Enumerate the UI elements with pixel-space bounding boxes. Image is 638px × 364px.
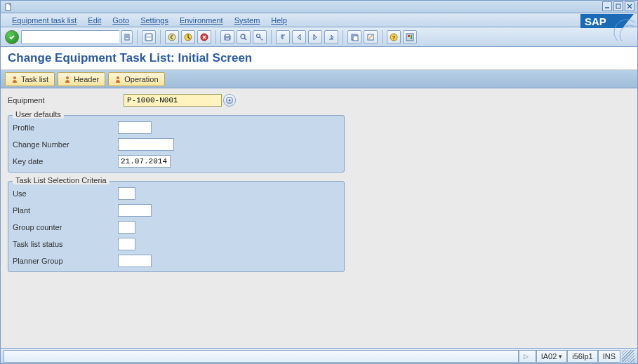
command-dropdown[interactable] xyxy=(121,30,133,44)
svg-rect-13 xyxy=(147,34,151,36)
svg-rect-30 xyxy=(408,35,410,37)
person-icon xyxy=(64,76,71,83)
header-button[interactable]: Header xyxy=(58,72,105,86)
use-label: Use xyxy=(11,189,118,198)
tcode-text: IA02 xyxy=(541,352,557,360)
change-number-label: Change Number xyxy=(11,140,118,149)
selection-criteria-group: Task List Selection Criteria Use Plant G… xyxy=(8,181,345,272)
svg-point-22 xyxy=(257,34,260,37)
key-date-input[interactable] xyxy=(118,155,171,168)
enter-button[interactable] xyxy=(5,30,19,44)
svg-rect-25 xyxy=(353,36,358,41)
toolbar-separator xyxy=(160,30,161,44)
planner-group-input[interactable] xyxy=(118,255,152,267)
user-defaults-group: User defaults Profile Change Number Key … xyxy=(8,115,345,173)
svg-rect-19 xyxy=(225,38,230,40)
screen-title: Change Equipment Task List: Initial Scre… xyxy=(1,47,637,70)
statusbar: ▷ IA02 ▾ i56lp1 INS xyxy=(1,348,637,363)
resize-grip[interactable] xyxy=(622,350,634,363)
svg-text:?: ? xyxy=(392,34,396,41)
status-mode: INS xyxy=(598,350,620,363)
status-nav[interactable]: ▷ xyxy=(519,350,536,363)
svg-rect-31 xyxy=(411,35,412,39)
toolbar-separator xyxy=(137,30,138,44)
header-button-label: Header xyxy=(74,75,99,83)
tasklist-status-label: Task list status xyxy=(11,240,118,248)
customize-layout-button[interactable] xyxy=(403,30,417,44)
create-session-button[interactable] xyxy=(347,30,361,44)
search-help-button[interactable] xyxy=(223,94,236,107)
tasklist-button[interactable]: Task list xyxy=(5,72,55,86)
svg-rect-2 xyxy=(616,4,620,8)
toolbar-separator xyxy=(343,30,343,44)
cancel-button[interactable] xyxy=(197,30,211,44)
menu-edit[interactable]: Edit xyxy=(82,16,107,25)
standard-toolbar: ? xyxy=(1,27,637,47)
group-counter-label: Group counter xyxy=(11,223,118,231)
menu-settings[interactable]: Settings xyxy=(135,16,174,25)
menu-environment[interactable]: Environment xyxy=(174,16,229,25)
equipment-label: Equipment xyxy=(8,96,124,105)
tasklist-button-label: Task list xyxy=(21,75,48,83)
document-icon xyxy=(4,2,13,12)
window-titlebar xyxy=(1,1,637,13)
planner-group-label: Planner Group xyxy=(11,257,118,265)
equipment-row: Equipment xyxy=(8,94,630,107)
plant-input[interactable] xyxy=(118,204,152,217)
user-defaults-title: User defaults xyxy=(13,110,64,119)
content-area: Equipment User defaults Profile Change N… xyxy=(1,88,637,348)
application-toolbar: Task list Header Operation xyxy=(1,70,637,88)
help-button[interactable]: ? xyxy=(387,30,401,44)
find-next-button[interactable] xyxy=(253,30,267,44)
svg-text:SAP: SAP xyxy=(585,15,606,27)
profile-label: Profile xyxy=(11,123,118,132)
tasklist-status-input[interactable] xyxy=(118,238,135,250)
selection-criteria-title: Task List Selection Criteria xyxy=(13,176,109,184)
minimize-button[interactable] xyxy=(602,1,612,11)
prev-page-button[interactable] xyxy=(292,30,306,44)
status-tcode: IA02 ▾ xyxy=(536,350,568,363)
svg-rect-18 xyxy=(225,34,230,36)
svg-point-36 xyxy=(229,100,231,102)
change-number-input[interactable] xyxy=(118,138,174,151)
status-system: i56lp1 xyxy=(567,350,597,363)
svg-line-23 xyxy=(260,37,261,39)
back-button[interactable] xyxy=(165,30,179,44)
equipment-input[interactable] xyxy=(124,94,222,107)
svg-point-34 xyxy=(117,76,119,79)
maximize-button[interactable] xyxy=(613,1,623,11)
svg-point-14 xyxy=(168,34,175,41)
first-page-button[interactable] xyxy=(276,30,290,44)
use-input[interactable] xyxy=(118,187,135,200)
svg-rect-12 xyxy=(147,38,151,40)
plant-label: Plant xyxy=(11,206,118,215)
print-button[interactable] xyxy=(220,30,234,44)
menu-equipment-task-list[interactable]: Equipment task list xyxy=(6,16,82,25)
profile-input[interactable] xyxy=(118,121,152,134)
svg-point-32 xyxy=(13,76,16,79)
save-button[interactable] xyxy=(142,30,156,44)
last-page-button[interactable] xyxy=(324,30,338,44)
toolbar-separator xyxy=(215,30,216,44)
triangle-right-icon: ▷ xyxy=(524,353,529,360)
next-page-button[interactable] xyxy=(308,30,322,44)
svg-point-33 xyxy=(66,76,69,79)
person-icon xyxy=(114,76,121,83)
operation-button-label: Operation xyxy=(124,75,158,83)
menu-system[interactable]: System xyxy=(229,16,266,25)
window-buttons xyxy=(602,1,634,11)
sap-window: SAP Equipment task list Edit Goto Settin… xyxy=(0,0,638,364)
close-button[interactable] xyxy=(625,1,634,11)
status-message xyxy=(4,350,519,363)
toolbar-separator xyxy=(382,30,383,44)
find-button[interactable] xyxy=(237,30,251,44)
command-field[interactable] xyxy=(21,30,119,44)
operation-button[interactable]: Operation xyxy=(108,72,164,86)
menu-help[interactable]: Help xyxy=(265,16,293,25)
generate-shortcut-button[interactable] xyxy=(364,30,378,44)
toolbar-separator xyxy=(271,30,272,44)
tcode-dropdown-icon[interactable]: ▾ xyxy=(559,353,562,360)
exit-button[interactable] xyxy=(181,30,195,44)
menu-goto[interactable]: Goto xyxy=(107,16,135,25)
group-counter-input[interactable] xyxy=(118,221,135,234)
